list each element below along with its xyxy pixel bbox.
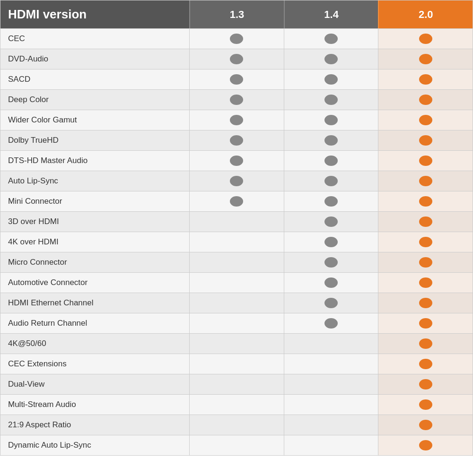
v14-cell — [284, 415, 378, 435]
feature-label: 3D over HDMI — [0, 212, 189, 232]
v20-cell — [378, 29, 473, 49]
table-body: CECDVD-AudioSACDDeep ColorWider Color Ga… — [0, 28, 473, 455]
supported-dot — [419, 440, 432, 450]
supported-dot — [419, 359, 432, 369]
v20-cell — [378, 49, 473, 69]
feature-label: Auto Lip-Sync — [0, 171, 189, 191]
v14-cell — [284, 334, 378, 354]
v13-cell — [189, 212, 284, 232]
v20-cell — [378, 334, 473, 354]
supported-dot — [324, 176, 338, 186]
table-row: Dual-View — [0, 374, 473, 394]
table-row: 21:9 Aspect Ratio — [0, 415, 473, 435]
table-row: DVD-Audio — [0, 49, 473, 69]
supported-dot — [230, 54, 243, 64]
supported-dot — [419, 135, 432, 146]
table-row: Auto Lip-Sync — [0, 171, 473, 191]
table-row: Automotive Connector — [0, 272, 473, 293]
v14-cell — [284, 90, 378, 110]
table-row: Audio Return Channel — [0, 313, 473, 333]
v13-cell — [189, 191, 284, 211]
v20-cell — [378, 293, 473, 313]
supported-dot — [324, 95, 338, 105]
supported-dot — [419, 216, 432, 227]
v14-cell — [284, 29, 378, 49]
table-row: Mini Connector — [0, 191, 473, 211]
v13-cell — [189, 374, 284, 394]
feature-label: HDMI Ethernet Channel — [0, 293, 189, 313]
table-row: 4K over HDMI — [0, 232, 473, 252]
supported-dot — [230, 156, 243, 166]
v13-cell — [189, 29, 284, 49]
feature-label: CEC Extensions — [0, 354, 189, 374]
v20-cell — [378, 171, 473, 191]
v20-cell — [378, 110, 473, 130]
v13-cell — [189, 110, 284, 130]
v14-cell — [284, 313, 378, 333]
supported-dot — [419, 257, 432, 268]
feature-label: DVD-Audio — [0, 49, 189, 69]
v14-cell — [284, 293, 378, 313]
feature-label: Dolby TrueHD — [0, 130, 189, 150]
supported-dot — [419, 338, 432, 349]
v14-cell — [284, 69, 378, 89]
v13-cell — [189, 69, 284, 89]
supported-dot — [419, 277, 432, 288]
feature-label: Dual-View — [0, 374, 189, 394]
table-row: CEC Extensions — [0, 354, 473, 374]
v14-cell — [284, 395, 378, 415]
v20-cell — [378, 232, 473, 252]
feature-label: Multi-Stream Audio — [0, 395, 189, 415]
table-row: Deep Color — [0, 89, 473, 110]
v13-cell — [189, 130, 284, 150]
feature-label: Audio Return Channel — [0, 313, 189, 333]
v13-cell — [189, 252, 284, 272]
v20-cell — [378, 435, 473, 455]
feature-label: Wider Color Gamut — [0, 110, 189, 130]
feature-label: 21:9 Aspect Ratio — [0, 415, 189, 435]
feature-label: 4K over HDMI — [0, 232, 189, 252]
v20-cell — [378, 151, 473, 171]
supported-dot — [419, 34, 432, 44]
supported-dot — [230, 176, 243, 186]
supported-dot — [324, 74, 338, 85]
supported-dot — [419, 196, 432, 207]
supported-dot — [230, 115, 243, 125]
v20-cell — [378, 273, 473, 293]
v13-cell — [189, 415, 284, 435]
supported-dot — [324, 135, 338, 146]
v20-cell — [378, 252, 473, 272]
v20-cell — [378, 212, 473, 232]
feature-label: Deep Color — [0, 90, 189, 110]
feature-column-header: HDMI version — [0, 0, 189, 28]
feature-label: DTS-HD Master Audio — [0, 151, 189, 171]
supported-dot — [324, 237, 338, 247]
v14-cell — [284, 212, 378, 232]
v14-cell — [284, 130, 378, 150]
supported-dot — [324, 216, 338, 227]
supported-dot — [419, 420, 432, 430]
v13-cell — [189, 293, 284, 313]
v13-cell — [189, 313, 284, 333]
v14-cell — [284, 171, 378, 191]
v14-cell — [284, 252, 378, 272]
v14-cell — [284, 151, 378, 171]
table-row: Wider Color Gamut — [0, 110, 473, 130]
v13-cell — [189, 49, 284, 69]
v14-cell — [284, 273, 378, 293]
table-row: 3D over HDMI — [0, 211, 473, 232]
supported-dot — [419, 95, 432, 105]
table-row: CEC — [0, 28, 473, 49]
v13-cell — [189, 171, 284, 191]
feature-label: Mini Connector — [0, 191, 189, 211]
supported-dot — [324, 156, 338, 166]
supported-dot — [324, 115, 338, 125]
supported-dot — [419, 399, 432, 410]
feature-label: 4K@50/60 — [0, 334, 189, 354]
supported-dot — [324, 277, 338, 288]
table-row: HDMI Ethernet Channel — [0, 293, 473, 313]
v13-cell — [189, 151, 284, 171]
supported-dot — [419, 156, 432, 166]
feature-label: Dynamic Auto Lip-Sync — [0, 435, 189, 455]
supported-dot — [324, 34, 338, 44]
